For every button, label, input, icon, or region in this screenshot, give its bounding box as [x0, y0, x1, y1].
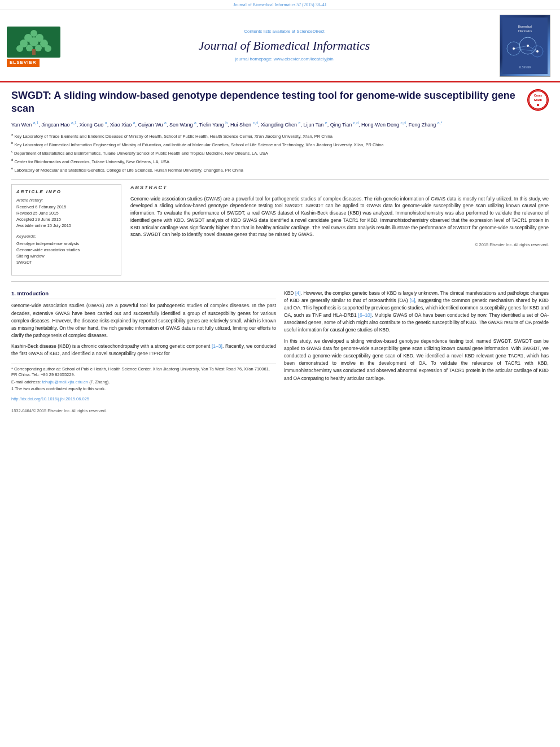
doi-link[interactable]: http://dx.doi.org/10.1016/j.jbi.2015.06.… [11, 396, 89, 403]
email-link[interactable]: fzhujtu@mail.xjtu.edu.cn [42, 379, 88, 385]
top-journal-bar: Journal of Biomedical Informatics 57 (20… [0, 0, 560, 10]
right-paragraph-1: KBD [4]. However, the complex genetic ba… [284, 290, 549, 334]
article-title-section: SWGDT: A sliding window-based genotype d… [11, 89, 549, 116]
affiliations: a Key Laboratory of Trace Elements and E… [11, 132, 549, 173]
svg-text:Biomedical: Biomedical [518, 25, 532, 28]
journal-header: ELSEVIER Contents lists available at Sci… [0, 10, 560, 82]
accepted-date: Accepted 29 June 2015 [16, 217, 116, 222]
keyword-3: Sliding window [16, 253, 116, 259]
svg-text:Mark: Mark [534, 98, 542, 102]
keyword-4: SWGDT [16, 259, 116, 265]
intro-heading: 1. Introduction [11, 290, 276, 300]
keywords-list: Genotype independence analysis Genome-wi… [16, 241, 116, 266]
section-divider-1 [11, 179, 549, 180]
affiliation-a: a Key Laboratory of Trace Elements and E… [11, 132, 549, 139]
copyright-line: © 2015 Elsevier Inc. All rights reserved… [130, 242, 549, 248]
sciencedirect-info: Contents lists available at ScienceDirec… [73, 29, 495, 35]
footnote-corresponding: * Corresponding author at: School of Pub… [11, 366, 276, 378]
footnote-email: E-mail address: fzhujtu@mail.xjtu.edu.cn… [11, 379, 276, 386]
journal-homepage: journal homepage: www.elsevier.com/locat… [73, 56, 495, 63]
section-divider-2 [11, 281, 549, 282]
affiliation-d: d Center for Bioinformatics and Genomics… [11, 158, 549, 165]
page-wrapper: Journal of Biomedical Informatics 57 (20… [0, 0, 560, 423]
article-body-columns: ARTICLE INFO Article history: Received 6… [11, 184, 549, 276]
elsevier-logo: ELSEVIER [7, 27, 69, 67]
intro-paragraph-1: Genome-wide association studies (GWAS) a… [11, 302, 276, 339]
abstract-title: ABSTRACT [130, 184, 549, 192]
article-history: Article history: Received 6 February 201… [16, 198, 116, 229]
article-info-column: ARTICLE INFO Article history: Received 6… [11, 184, 121, 276]
right-paragraph-2: In this study, we developed a sliding wi… [284, 338, 549, 382]
abstract-column: ABSTRACT Genome-wide association studies… [130, 184, 549, 276]
revised-date: Revised 25 June 2015 [16, 211, 116, 216]
svg-point-23 [536, 50, 539, 53]
abstract-text: Genome-wide association studies (GWAS) a… [130, 195, 549, 239]
journal-cover-area: Biomedical Informatics ELSEVIER [500, 15, 553, 77]
keyword-2: Genome-wide association studies [16, 247, 116, 253]
article-content: SWGDT: A sliding window-based genotype d… [0, 82, 560, 423]
crossmark-badge[interactable]: Cross Mark [527, 89, 549, 111]
svg-point-21 [513, 47, 515, 50]
bottom-links: http://dx.doi.org/10.1016/j.jbi.2015.06.… [11, 396, 276, 405]
ref-4[interactable]: [4] [295, 290, 300, 296]
keyword-1: Genotype independence analysis [16, 241, 116, 247]
svg-text:Cross: Cross [534, 94, 542, 97]
svg-point-7 [16, 45, 23, 52]
article-main-body: 1. Introduction Genome-wide association … [11, 286, 549, 417]
footnotes-section: * Corresponding author at: School of Pub… [11, 364, 276, 392]
issn-text: 1532-0464/© 2015 Elsevier Inc. All right… [11, 408, 107, 414]
svg-point-9 [35, 45, 42, 51]
bottom-issn: 1532-0464/© 2015 Elsevier Inc. All right… [11, 408, 276, 417]
svg-point-28 [537, 104, 539, 106]
keywords-section: Keywords: Genotype independence analysis… [16, 234, 116, 266]
authors-line: Yan Wen a,1, Jingcan Hao a,1, Xiong Guo … [11, 120, 549, 129]
svg-text:Informatics: Informatics [518, 29, 532, 33]
body-right-column: KBD [4]. However, the complex genetic ba… [284, 290, 549, 417]
journal-name: Journal of Biomedical Informatics [73, 37, 495, 54]
journal-volume-info: Journal of Biomedical Informatics 57 (20… [233, 2, 326, 7]
ref-6-10[interactable]: [6–10] [358, 312, 372, 318]
journal-cover-image: Biomedical Informatics ELSEVIER [500, 15, 550, 77]
affiliation-e: e Laboratory of Molecular and Statistica… [11, 166, 549, 173]
footnote-equal-contrib: 1 The two authors contributed equally to… [11, 386, 276, 392]
intro-paragraph-2: Kashin-Beck disease (KBD) is a chronic o… [11, 343, 276, 357]
affiliation-b: b Key Laboratory of Biomedical Informati… [11, 141, 549, 148]
history-title: Article history: [16, 198, 116, 203]
svg-point-8 [26, 45, 33, 51]
sciencedirect-link-text[interactable]: ScienceDirect [296, 29, 324, 34]
journal-title-center: Contents lists available at ScienceDirec… [73, 29, 495, 62]
ref-1-3[interactable]: [1–3] [212, 343, 222, 349]
svg-text:ELSEVIER: ELSEVIER [519, 66, 532, 69]
article-info-title: ARTICLE INFO [16, 189, 116, 195]
received-date: Received 6 February 2015 [16, 204, 116, 210]
available-date: Available online 15 July 2015 [16, 223, 116, 229]
svg-rect-11 [32, 49, 36, 55]
body-left-column: 1. Introduction Genome-wide association … [11, 290, 276, 417]
svg-point-10 [45, 45, 51, 52]
elsevier-logo-area: ELSEVIER [7, 24, 69, 67]
affiliation-c: c Department of Biostatistics and Bioinf… [11, 149, 549, 156]
keywords-title: Keywords: [16, 234, 116, 239]
article-title: SWGDT: A sliding window-based genotype d… [11, 89, 523, 116]
ref-5[interactable]: [5] [410, 298, 415, 303]
svg-point-22 [527, 45, 529, 47]
elsevier-text: ELSEVIER [7, 59, 40, 67]
elsevier-tree-icon [7, 27, 60, 58]
